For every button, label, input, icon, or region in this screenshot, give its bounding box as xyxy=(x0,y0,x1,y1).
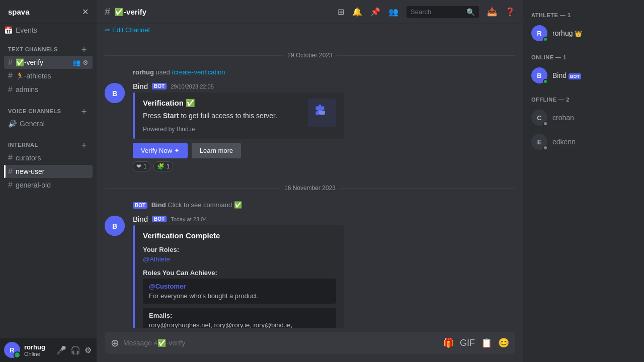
member-item-edkenn[interactable]: E edkenn xyxy=(527,131,640,153)
hash-icon: # xyxy=(8,153,13,162)
reaction-puzzle[interactable]: 🧩 1 xyxy=(153,161,174,171)
bot-tag-system: BOT xyxy=(133,202,147,209)
embed-body: Verification ✅ Press Start to get full a… xyxy=(143,99,302,133)
sidebar-item-events[interactable]: 📅 Events xyxy=(0,24,97,36)
online-dot xyxy=(543,37,548,42)
server-header[interactable]: spava ✕ xyxy=(0,0,97,24)
members-icon[interactable]: 👥 xyxy=(388,7,398,17)
svg-rect-3 xyxy=(319,111,325,115)
messages-container: 29 October 2023 rorhug used /create-veri… xyxy=(97,36,523,328)
add-text-channel-btn[interactable]: ＋ xyxy=(79,45,89,54)
user-status: Online xyxy=(24,351,51,357)
crown-icon: 👑 xyxy=(575,30,582,37)
message-input-area: ⊕ 🎁 GIF 📋 😊 xyxy=(97,328,523,362)
text-channels-label: TEXT CHANNELS xyxy=(8,46,58,52)
embed-description: Press Start to get full access to this s… xyxy=(143,112,302,120)
emoji-icon[interactable]: 😊 xyxy=(498,337,509,348)
channel-name-verify: ✅-verify xyxy=(16,58,43,66)
message-input-wrap: ⊕ 🎁 GIF 📋 😊 xyxy=(105,332,515,354)
member-item-crohan[interactable]: C crohan xyxy=(527,107,640,129)
hash-icon: # xyxy=(8,167,13,176)
events-label: Events xyxy=(16,26,37,34)
embed-footer: Powered by Bind.ie xyxy=(143,126,302,133)
verification-complete-embed: Verification Complete Your Roles: @Athle… xyxy=(133,225,344,328)
user-area: R rorhug Online 🎤 🎧 ⚙ xyxy=(0,338,97,362)
headphone-icon[interactable]: 🎧 xyxy=(69,344,82,356)
divider-line xyxy=(337,55,515,56)
gift-icon[interactable]: 🎁 xyxy=(443,337,454,348)
channel-hash-icon: # xyxy=(105,6,110,18)
channel-item-admins[interactable]: # admins xyxy=(4,83,93,96)
online-dot-bind xyxy=(543,79,548,84)
online-section-header: ONLINE — 1 xyxy=(527,50,640,62)
message-author-1: Bind xyxy=(133,82,148,90)
gif-icon[interactable]: GIF xyxy=(460,338,475,348)
channel-item-general-old[interactable]: # general-old xyxy=(4,178,93,192)
internal-section: INTERNAL ＋ # curators # new-user # gener… xyxy=(0,132,97,194)
member-icon: 👥 xyxy=(72,59,80,66)
username: rorhug xyxy=(24,343,51,351)
settings-icon: ⚙ xyxy=(83,59,89,66)
channel-name-athletes: 🏃-athletes xyxy=(16,72,51,80)
threads-icon[interactable]: ⊞ xyxy=(338,7,344,17)
bot-badge: BOT xyxy=(569,73,581,79)
text-channels-section: TEXT CHANNELS ＋ # ✅-verify 👥 ⚙ # 🏃-athle… xyxy=(0,37,97,99)
reactions: ❤ 1 🧩 1 xyxy=(133,161,515,171)
date-divider-1: 29 October 2023 xyxy=(97,48,523,63)
calendar-icon: 📅 xyxy=(4,26,13,34)
channel-header: # ✅-verify ⊞ 🔔 📌 👥 Search 🔍 📥 ❓ xyxy=(97,0,523,24)
member-item-rorhug[interactable]: R rorhug 👑 xyxy=(527,22,640,44)
search-icon: 🔍 xyxy=(466,8,475,16)
channel-item-athletes[interactable]: # 🏃-athletes xyxy=(4,69,93,82)
speaker-icon: 🔊 xyxy=(8,120,17,128)
add-attachment-btn[interactable]: ⊕ xyxy=(111,337,119,349)
system-message: rorhug used /create-verification xyxy=(97,67,523,77)
message-group-2: B Bind BOT Today at 23:04 Verification C… xyxy=(97,214,523,328)
channel-item-curators[interactable]: # curators xyxy=(4,151,93,164)
channel-item-verify[interactable]: # ✅-verify 👥 ⚙ xyxy=(4,56,93,69)
learn-more-button[interactable]: Learn more xyxy=(192,143,241,158)
add-voice-channel-btn[interactable]: ＋ xyxy=(79,107,89,116)
channel-item-new-user[interactable]: # new-user xyxy=(4,165,93,178)
svg-text:B: B xyxy=(112,222,117,230)
embed-puzzle-icon xyxy=(308,99,336,127)
microphone-icon[interactable]: 🎤 xyxy=(55,344,67,356)
divider-line xyxy=(105,55,283,56)
channel-name-general-old: general-old xyxy=(16,181,51,189)
bind-bot-avatar: B xyxy=(105,83,125,103)
pin-icon[interactable]: 📌 xyxy=(370,7,380,17)
avatar: R xyxy=(4,342,20,358)
message-input[interactable] xyxy=(123,339,439,347)
bind-avatar: B xyxy=(531,67,547,83)
hash-icon: # xyxy=(8,58,13,67)
settings-icon[interactable]: ⚙ xyxy=(84,344,93,356)
message-header-1: Bind BOT 29/10/2023 22:05 xyxy=(133,82,515,90)
internal-header: INTERNAL ＋ xyxy=(4,140,93,149)
system-message-2: BOT Bind Click to see command ✅ xyxy=(97,200,523,210)
customer-role-tag: @Customer xyxy=(149,283,330,290)
help-icon[interactable]: ❓ xyxy=(505,7,515,17)
voice-channels-label: VOICE CHANNELS xyxy=(8,108,61,114)
notification-icon[interactable]: 🔔 xyxy=(352,7,362,17)
edit-channel-bar[interactable]: ✏ Edit Channel xyxy=(97,24,523,36)
divider-line xyxy=(105,188,280,189)
user-controls: 🎤 🎧 ⚙ xyxy=(55,344,93,356)
voice-channel-name: General xyxy=(20,120,45,128)
channel-name-curators: curators xyxy=(16,154,41,162)
message-timestamp-2: Today at 23:04 xyxy=(171,216,207,222)
crohan-avatar: C xyxy=(531,110,547,126)
reaction-heart[interactable]: ❤ 1 xyxy=(133,161,150,171)
sticker-icon[interactable]: 📋 xyxy=(481,337,492,348)
member-item-bind[interactable]: B Bind BOT xyxy=(527,64,640,86)
athlete-role-tag: @Athlete xyxy=(143,255,336,263)
server-name: spava xyxy=(8,8,30,16)
verify-now-button[interactable]: Verify Now ✦ xyxy=(133,143,188,158)
add-internal-channel-btn[interactable]: ＋ xyxy=(79,140,89,149)
search-bar[interactable]: Search 🔍 xyxy=(407,6,479,18)
message-content-1: Bind BOT 29/10/2023 22:05 Verification ✅… xyxy=(133,82,515,171)
voice-channel-general[interactable]: 🔊 General xyxy=(4,118,93,130)
edkenn-avatar: E xyxy=(531,134,547,150)
roles-achieve-label: Roles You Can Achieve: xyxy=(143,269,336,277)
embed-complete-title: Verification Complete xyxy=(143,231,336,240)
inbox-icon[interactable]: 📥 xyxy=(487,7,497,17)
